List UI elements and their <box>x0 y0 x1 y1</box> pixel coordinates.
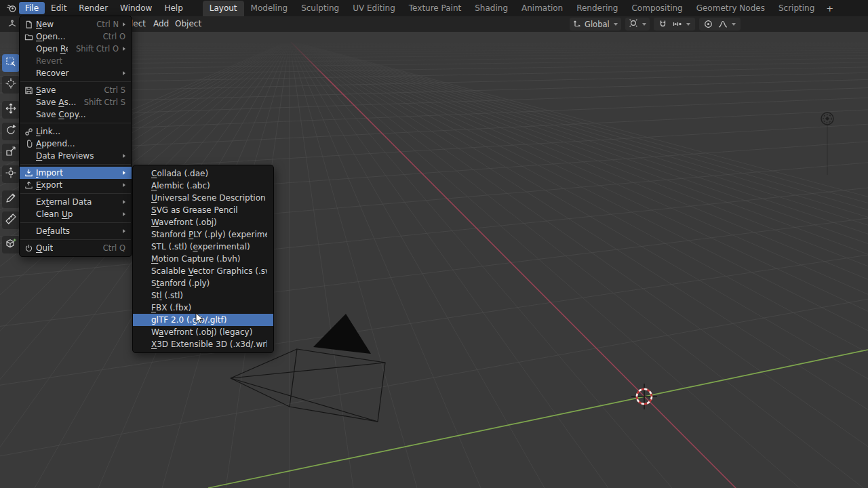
menu-item-label: Wavefront (.obj) (legacy) <box>151 327 252 337</box>
add-cube-icon <box>5 237 17 252</box>
export-icon <box>24 180 36 190</box>
folder-open-icon <box>24 32 36 41</box>
proportional-editing-button[interactable] <box>703 20 714 28</box>
tab-sculpting[interactable]: Sculpting <box>294 1 346 16</box>
camera-up-triangle[interactable] <box>313 314 371 354</box>
submenu-item-stanford-ply-ply-experimental[interactable]: Stanford PLY (.ply) (experimental) <box>133 228 273 241</box>
no-icon <box>24 226 36 236</box>
menu-item-append[interactable]: Append... <box>20 138 132 150</box>
tool-cursor[interactable] <box>2 76 20 94</box>
menu-render[interactable]: Render <box>73 2 114 14</box>
submenu-item-wavefront-obj[interactable]: Wavefront (.obj) <box>133 216 273 228</box>
menu-item-save-copy[interactable]: Save Copy... <box>20 108 132 121</box>
submenu-arrow-icon <box>123 212 125 216</box>
snap-magnet-button[interactable] <box>657 20 669 28</box>
menu-item-quit[interactable]: QuitCtrl Q <box>20 242 132 254</box>
menu-help[interactable]: Help <box>158 2 189 14</box>
menu-item-external-data[interactable]: External Data <box>20 196 132 208</box>
submenu-arrow-icon <box>123 22 125 26</box>
camera-object[interactable] <box>231 349 385 422</box>
menu-item-label: Revert <box>36 56 62 66</box>
menu-item-import[interactable]: Import <box>20 167 132 179</box>
no-icon <box>24 151 36 161</box>
menu-item-save-as[interactable]: Save As...Shift Ctrl S <box>20 96 132 108</box>
viewport-header-controls: Global <box>570 18 741 30</box>
menu-item-export[interactable]: Export <box>20 179 132 191</box>
menu-item-label: Alembic (.abc) <box>151 181 210 190</box>
tab-geometry-nodes[interactable]: Geometry Nodes <box>690 1 772 16</box>
submenu-item-stl-stl[interactable]: Stl (.stl) <box>133 289 273 302</box>
submenu-item-universal-scene-description-usd[interactable]: Universal Scene Description (.usd*) <box>133 192 273 204</box>
menu-item-defaults[interactable]: Defaults <box>20 225 132 237</box>
transform-orientation-dropdown[interactable]: Global <box>570 18 621 30</box>
tab-compositing[interactable]: Compositing <box>625 1 689 16</box>
menu-separator <box>20 164 131 165</box>
tool-measure[interactable] <box>2 211 20 229</box>
submenu-item-stanford-ply[interactable]: Stanford (.ply) <box>133 277 273 289</box>
tool-add-cube[interactable] <box>2 236 20 253</box>
rotate-icon <box>5 124 17 139</box>
menu-item-shortcut: Ctrl O <box>95 32 125 41</box>
menu-item-new[interactable]: NewCtrl N <box>20 18 132 30</box>
menu-item-link[interactable]: Link... <box>20 125 132 138</box>
tab-rendering[interactable]: Rendering <box>570 1 625 16</box>
menu-item-clean-up[interactable]: Clean Up <box>20 208 132 220</box>
scale-icon <box>5 145 17 160</box>
menu-separator <box>20 123 131 123</box>
chevron-down-icon <box>732 23 736 26</box>
submenu-item-wavefront-obj-legacy[interactable]: Wavefront (.obj) (legacy) <box>133 326 273 338</box>
tab-layout[interactable]: Layout <box>203 1 244 16</box>
tool-scale[interactable] <box>2 144 20 161</box>
tab-modeling[interactable]: Modeling <box>244 1 295 16</box>
import-icon <box>24 168 36 178</box>
submenu-item-motion-capture-bvh[interactable]: Motion Capture (.bvh) <box>133 253 273 265</box>
menu-edit[interactable]: Edit <box>45 2 73 14</box>
submenu-arrow-icon <box>123 171 125 175</box>
menu-object[interactable]: Object <box>175 19 201 28</box>
menu-item-label: Recover <box>36 68 69 78</box>
menu-item-recover[interactable]: Recover <box>20 67 132 79</box>
submenu-item-stl-stl-experimental[interactable]: STL (.stl) (experimental) <box>133 241 273 253</box>
tab-scripting[interactable]: Scripting <box>772 1 821 16</box>
orientation-label: Global <box>585 20 610 29</box>
tab-animation[interactable]: Animation <box>515 1 570 16</box>
pivot-point-dropdown[interactable] <box>625 18 650 30</box>
add-workspace-button[interactable]: + <box>821 2 838 15</box>
blender-logo-icon[interactable] <box>4 1 19 15</box>
submenu-item-x3d-extensible-3d-x3d-wrl[interactable]: X3D Extensible 3D (.x3d/.wrl) <box>133 338 273 350</box>
tool-annotate[interactable] <box>2 190 20 208</box>
menu-item-label: Collada (.dae) <box>151 169 208 178</box>
tool-move[interactable] <box>2 101 20 119</box>
submenu-item-collada-dae[interactable]: Collada (.dae) <box>133 167 273 180</box>
menu-item-open[interactable]: Open...Ctrl O <box>20 30 132 43</box>
menu-separator <box>20 239 131 240</box>
tool-rotate[interactable] <box>2 123 20 140</box>
menu-item-open-recent[interactable]: Open RecentShift Ctrl O <box>20 43 132 55</box>
menu-item-label: Export <box>36 180 62 190</box>
chevron-down-icon <box>686 23 690 26</box>
submenu-item-svg-as-grease-pencil[interactable]: SVG as Grease Pencil <box>133 204 273 216</box>
tab-uv-editing[interactable]: UV Editing <box>346 1 402 16</box>
menu-item-label: Data Previews <box>36 151 94 161</box>
file-menu: NewCtrl NOpen...Ctrl OOpen RecentShift C… <box>19 16 132 257</box>
submenu-item-alembic-abc[interactable]: Alembic (.abc) <box>133 180 273 192</box>
submenu-item-scalable-vector-graphics-svg[interactable]: Scalable Vector Graphics (.svg) <box>133 265 273 277</box>
menu-item-label: Wavefront (.obj) <box>151 218 217 227</box>
save-icon <box>24 85 36 95</box>
menu-item-revert[interactable]: Revert <box>20 55 132 67</box>
no-icon <box>24 56 36 66</box>
tab-texture-paint[interactable]: Texture Paint <box>402 1 468 16</box>
transform-orientation-icon <box>573 19 582 30</box>
falloff-curve-dropdown[interactable] <box>717 20 737 28</box>
menu-add[interactable]: Add <box>153 19 169 28</box>
tool-select-box[interactable] <box>2 54 20 72</box>
tab-shading[interactable]: Shading <box>468 1 515 16</box>
topbar-menus: FileEditRenderWindowHelp <box>19 2 189 14</box>
menu-item-data-previews[interactable]: Data Previews <box>20 150 132 162</box>
tool-transform[interactable] <box>2 165 20 183</box>
snap-target-dropdown[interactable] <box>671 20 692 28</box>
menu-item-save[interactable]: SaveCtrl S <box>20 84 132 96</box>
append-icon <box>24 139 36 148</box>
menu-window[interactable]: Window <box>114 2 158 14</box>
menu-file[interactable]: File <box>19 2 45 14</box>
